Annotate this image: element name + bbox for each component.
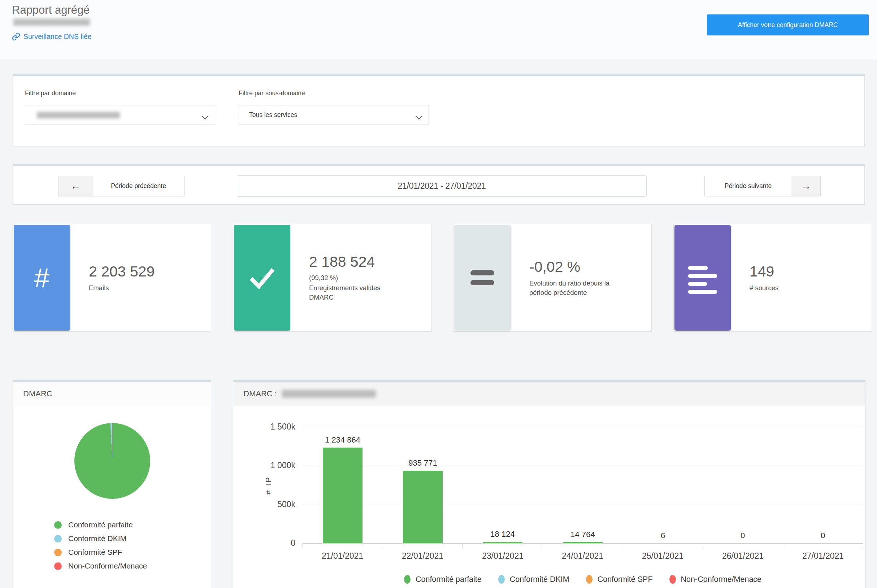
subdomain-filter-label: Filtre par sous-domaine: [239, 90, 429, 97]
axis-tick: [623, 544, 623, 548]
bar-value-label: 935 771: [383, 458, 463, 468]
axis-tick: [383, 544, 383, 548]
y-axis-tick-label: 1 000k: [248, 460, 295, 470]
bar[interactable]: [323, 448, 362, 543]
axis-tick: [863, 544, 863, 548]
bar-value-label: 6: [623, 531, 703, 540]
bar-card-title: DMARC :: [243, 389, 277, 399]
legend-item-conformite-dkim[interactable]: Conformité DKIM: [498, 575, 569, 584]
ratio-evolution-label: Evolution du ratio depuis la période pré…: [529, 279, 632, 297]
emails-label: Emails: [89, 284, 201, 293]
dmarc-pie-chart: Conformité parfaite Conformité DKIM Conf…: [13, 406, 211, 588]
pie-card-title: DMARC: [13, 382, 211, 406]
page-header: Rapport agrégé Surveillance DNS liée Aff…: [0, 0, 877, 59]
gridline: [303, 427, 863, 428]
blue-dot-icon: [498, 575, 505, 584]
axis-tick: [783, 544, 783, 548]
axis-tick: [463, 544, 463, 548]
x-axis-line: [303, 543, 863, 544]
bar-value-label: 0: [783, 531, 862, 540]
arrow-left-icon: ←: [59, 176, 93, 196]
date-range-input[interactable]: 21/01/2021 - 27/01/2021: [237, 176, 647, 197]
bar-value-label: 14 764: [543, 530, 622, 539]
x-axis-label: 25/01/2021: [623, 551, 703, 561]
redacted-domain-value: [37, 112, 120, 118]
dns-monitoring-link[interactable]: Surveillance DNS liée: [12, 33, 92, 41]
dmarc-pie-card: DMARC Conformité parfaite Conformité DKI…: [13, 380, 211, 588]
previous-period-button[interactable]: ← Période précédente: [58, 176, 185, 196]
legend-item-conformite-spf[interactable]: Conformité SPF: [586, 575, 653, 584]
legend-item-conformite-parfaite[interactable]: Conformité parfaite: [404, 575, 482, 584]
axis-tick: [303, 544, 303, 548]
arrow-right-icon: →: [791, 176, 820, 196]
orange-dot-icon: [54, 549, 62, 556]
subdomain-filter-select[interactable]: Tous les services: [239, 105, 429, 125]
x-axis-label: 24/01/2021: [543, 551, 622, 561]
stat-card-ratio-evolution: -0,02 % Evolution du ratio depuis la pér…: [453, 224, 652, 332]
previous-period-label: Période précédente: [93, 176, 184, 196]
gridline: [303, 505, 863, 505]
valid-dmarc-count: 2 188 524: [309, 254, 421, 270]
dns-monitoring-link-label: Surveillance DNS liée: [24, 33, 92, 41]
x-axis-label: 27/01/2021: [783, 551, 863, 561]
red-dot-icon: [54, 562, 62, 570]
period-navigation-card: ← Période précédente 21/01/2021 - 27/01/…: [13, 164, 865, 205]
green-dot-icon: [404, 575, 410, 584]
emails-count: 2 203 529: [89, 263, 201, 280]
chevron-down-icon: [202, 114, 208, 121]
axis-tick: [543, 544, 543, 548]
stat-card-emails: # 2 203 529 Emails: [13, 224, 211, 332]
legend-item-conformite-parfaite[interactable]: Conformité parfaite: [54, 518, 147, 532]
domain-filter-select[interactable]: [25, 105, 215, 125]
chevron-down-icon: [416, 114, 422, 121]
stat-card-sources: 149 # sources: [673, 224, 872, 332]
green-dot-icon: [54, 521, 62, 529]
blue-dot-icon: [54, 535, 62, 543]
sources-count: 149: [749, 263, 862, 280]
subdomain-filter-value: Tous les services: [249, 111, 297, 119]
legend-item-conformite-dkim[interactable]: Conformité DKIM: [54, 532, 147, 545]
valid-dmarc-percent: (99,32 %): [309, 274, 421, 282]
redacted-bar-card-domain: [282, 390, 376, 398]
filter-card: Filtre par domaine Filtre par sous-domai…: [13, 74, 865, 146]
bar[interactable]: [563, 542, 602, 543]
axis-tick: [703, 544, 703, 548]
next-period-label: Période suivante: [705, 176, 791, 196]
bar[interactable]: [403, 471, 443, 543]
dmarc-bar-chart: # IP Conformité parfaite Conformité DKIM…: [233, 406, 865, 588]
bar[interactable]: [483, 542, 523, 543]
ratio-evolution-value: -0,02 %: [529, 258, 641, 275]
hash-icon: #: [14, 225, 70, 331]
list-icon: [674, 225, 731, 331]
domain-filter-label: Filtre par domaine: [25, 90, 215, 97]
bar-chart-legend: Conformité parfaite Conformité DKIM Conf…: [303, 573, 863, 586]
x-axis-label: 23/01/2021: [463, 551, 543, 561]
x-axis-label: 26/01/2021: [703, 551, 783, 561]
pie-legend: Conformité parfaite Conformité DKIM Conf…: [54, 518, 147, 573]
dmarc-bar-card: DMARC : # IP Conformité parfaite Conform…: [233, 380, 865, 588]
legend-item-conformite-spf[interactable]: Conformité SPF: [54, 545, 147, 559]
redacted-subtitle-domain: [14, 19, 90, 26]
bar-value-label: 1 234 864: [303, 435, 382, 445]
link-icon: [12, 33, 20, 41]
bar-value-label: 18 124: [463, 530, 542, 539]
y-axis-tick-label: 500k: [248, 500, 295, 509]
pie-chart[interactable]: [74, 423, 150, 499]
sources-label: # sources: [749, 284, 862, 293]
dmarc-config-button[interactable]: Afficher votre configuration DMARC: [707, 15, 869, 35]
red-dot-icon: [670, 575, 676, 584]
y-axis-tick-label: 1 500k: [248, 422, 295, 432]
valid-dmarc-label: Enregistrements valides DMARC: [309, 284, 398, 302]
legend-item-non-conforme[interactable]: Non-Conforme/Menace: [54, 559, 147, 573]
next-period-button[interactable]: Période suivante →: [704, 176, 821, 196]
stat-card-valid-dmarc: 2 188 524 (99,32 %) Enregistrements vali…: [233, 224, 431, 332]
orange-dot-icon: [586, 575, 593, 584]
equals-icon: [454, 225, 511, 331]
x-axis-label: 21/01/2021: [303, 551, 382, 561]
x-axis-label: 22/01/2021: [383, 551, 463, 561]
legend-item-non-conforme[interactable]: Non-Conforme/Menace: [670, 575, 761, 584]
check-icon: [234, 225, 290, 331]
bar-value-label: 0: [703, 531, 782, 540]
y-axis-tick-label: 0: [248, 538, 295, 548]
